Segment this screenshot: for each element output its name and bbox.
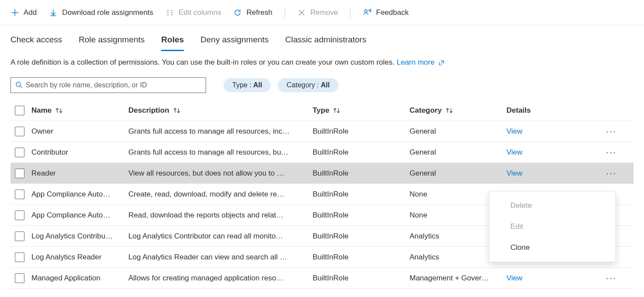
table-row[interactable]: ContributorGrants full access to manage … <box>10 142 634 163</box>
search-input[interactable] <box>26 81 201 89</box>
context-delete[interactable]: Delete <box>489 195 615 216</box>
cell-category: General <box>410 148 506 157</box>
cell-category: General <box>410 127 506 136</box>
cell-description: Allows for creating managed application … <box>128 274 313 283</box>
cell-name: Managed Application <box>31 274 128 283</box>
more-icon[interactable]: ··· <box>603 169 620 178</box>
svg-point-0 <box>365 10 367 12</box>
row-checkbox[interactable] <box>15 231 24 241</box>
cell-type: BuiltInRole <box>313 190 410 199</box>
cell-type: BuiltInRole <box>313 148 410 157</box>
column-description[interactable]: Description <box>128 106 313 115</box>
context-clone[interactable]: Clone <box>489 237 615 258</box>
cell-name: Contributor <box>31 148 128 157</box>
search-icon <box>15 81 22 90</box>
view-link[interactable]: View <box>506 148 603 157</box>
toolbar-separator <box>350 7 351 18</box>
view-link[interactable]: View <box>506 274 603 283</box>
plus-icon <box>10 8 19 17</box>
cell-description: Log Analytics Contributor can read all m… <box>128 232 313 241</box>
cell-type: BuiltInRole <box>313 169 410 178</box>
cell-type: BuiltInRole <box>313 127 410 136</box>
table-header-row: Name Description Type Category Details <box>10 100 634 121</box>
cell-description: View all resources, but does not allow y… <box>128 169 313 178</box>
download-icon <box>49 8 58 17</box>
toolbar-separator <box>285 7 285 18</box>
row-checkbox[interactable] <box>15 273 24 283</box>
svg-point-1 <box>16 82 21 86</box>
select-all-checkbox[interactable] <box>15 106 24 115</box>
cell-name: Log Analytics Reader <box>31 253 128 262</box>
context-menu: Delete Edit Clone <box>489 191 616 262</box>
filter-type[interactable]: Type : All <box>224 78 271 92</box>
cell-description: Create, read, download, modify and delet… <box>128 190 313 199</box>
view-link[interactable]: View <box>506 127 603 136</box>
tab-check-access[interactable]: Check access <box>10 35 62 51</box>
download-button[interactable]: Download role assignments <box>49 8 153 17</box>
cell-description: Grants full access to manage all resourc… <box>128 148 313 157</box>
feedback-button[interactable]: Feedback <box>363 8 409 17</box>
refresh-button[interactable]: Refresh <box>233 8 272 17</box>
remove-label: Remove <box>310 8 338 17</box>
cell-name: App Compliance Auto… <box>31 211 128 220</box>
refresh-icon <box>233 8 242 17</box>
remove-icon <box>297 8 306 17</box>
filters-row: Type : All Category : All <box>0 74 644 100</box>
learn-more-link[interactable]: Learn more <box>396 58 444 66</box>
sort-icon <box>333 107 341 114</box>
row-checkbox[interactable] <box>15 127 24 136</box>
cell-name: Reader <box>31 169 128 178</box>
column-type[interactable]: Type <box>313 106 410 115</box>
cell-name: Log Analytics Contribu… <box>31 232 128 241</box>
cell-description: Log Analytics Reader can view and search… <box>128 253 313 262</box>
cell-type: BuiltInRole <box>313 211 410 220</box>
search-box[interactable] <box>10 77 206 93</box>
description-line: A role definition is a collection of per… <box>0 51 644 74</box>
view-link[interactable]: View <box>506 169 603 178</box>
cell-name: App Compliance Auto… <box>31 190 128 199</box>
tab-role-assignments[interactable]: Role assignments <box>79 35 145 51</box>
filter-pills: Type : All Category : All <box>224 78 338 92</box>
tab-roles[interactable]: Roles <box>161 35 184 51</box>
cell-type: BuiltInRole <box>313 253 410 262</box>
external-link-icon <box>438 60 444 66</box>
table-row[interactable]: ReaderView all resources, but does not a… <box>10 163 634 184</box>
cell-name: Owner <box>31 127 128 136</box>
description-text: A role definition is a collection of per… <box>10 58 396 66</box>
more-icon[interactable]: ··· <box>603 273 620 283</box>
tab-deny-assignments[interactable]: Deny assignments <box>200 35 269 51</box>
row-checkbox[interactable] <box>15 252 24 262</box>
table-row[interactable]: OwnerGrants full access to manage all re… <box>10 121 634 142</box>
cell-category: Management + Gover… <box>410 274 506 283</box>
more-icon[interactable]: ··· <box>603 148 620 157</box>
cell-category: General <box>410 169 506 178</box>
sort-icon <box>173 107 181 114</box>
sort-icon <box>445 107 453 114</box>
cell-description: Grants full access to manage all resourc… <box>128 127 313 136</box>
row-checkbox[interactable] <box>15 169 24 178</box>
feedback-label: Feedback <box>376 8 409 17</box>
feedback-icon <box>363 8 372 17</box>
table-row[interactable]: Managed ApplicationAllows for creating m… <box>10 268 634 289</box>
refresh-label: Refresh <box>246 8 272 17</box>
remove-button[interactable]: Remove <box>297 8 338 17</box>
row-checkbox[interactable] <box>15 190 24 199</box>
column-details: Details <box>506 106 603 115</box>
sort-icon <box>55 107 63 114</box>
edit-columns-button[interactable]: Edit columns <box>165 8 221 17</box>
download-label: Download role assignments <box>62 8 153 17</box>
context-edit[interactable]: Edit <box>489 216 615 237</box>
column-name[interactable]: Name <box>31 106 128 115</box>
toolbar: Add Download role assignments Edit colum… <box>0 0 644 25</box>
filter-category[interactable]: Category : All <box>278 78 338 92</box>
tabs: Check access Role assignments Roles Deny… <box>0 25 644 51</box>
column-category[interactable]: Category <box>410 106 506 115</box>
tab-classic-administrators[interactable]: Classic administrators <box>285 35 366 51</box>
more-icon[interactable]: ··· <box>603 127 620 136</box>
row-checkbox[interactable] <box>15 211 24 220</box>
cell-description: Read, download the reports objects and r… <box>128 211 313 220</box>
columns-icon <box>165 8 174 17</box>
add-button[interactable]: Add <box>10 8 37 17</box>
cell-type: BuiltInRole <box>313 274 410 283</box>
row-checkbox[interactable] <box>15 148 24 157</box>
